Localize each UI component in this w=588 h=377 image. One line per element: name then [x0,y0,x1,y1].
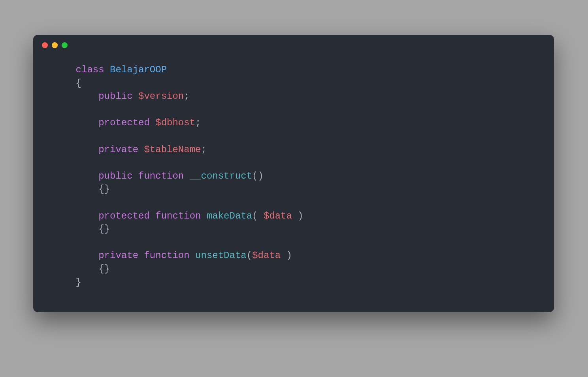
stage: class BelajarOOP { public $version; prot… [0,0,588,377]
space [201,211,206,221]
indent [53,250,98,261]
space [133,171,138,181]
keyword-function: function [138,171,184,181]
zoom-icon[interactable] [62,42,68,48]
keyword-class: class [76,64,104,75]
space [138,144,144,155]
indent [53,264,98,274]
indent [53,184,98,194]
indent [53,64,76,75]
code-window: class BelajarOOP { public $version; prot… [33,35,554,312]
space [292,211,298,221]
keyword-function: function [155,211,201,221]
keyword-private: private [98,144,138,155]
paren-open: ( [252,211,258,221]
indent [53,144,98,155]
brace-open: { [76,78,81,89]
paren-close: ) [298,211,303,221]
var-data: $data [264,211,292,221]
fn-construct: __construct [190,171,252,181]
fn-unsetdata: unsetData [195,250,247,261]
fn-makedata: makeData [207,211,252,221]
var-dbhost: $dbhost [155,117,195,128]
class-name: BelajarOOP [110,64,167,75]
indent [53,91,98,102]
keyword-public: public [98,171,132,181]
semicolon: ; [195,117,201,128]
paren-open: ( [247,250,252,261]
var-version: $version [138,91,184,102]
indent [53,117,98,128]
window-titlebar [33,35,554,55]
space [104,64,110,75]
indent [53,78,76,89]
keyword-private: private [98,250,138,261]
empty-braces: {} [98,224,110,234]
var-tablename: $tableName [144,144,201,155]
code-block: class BelajarOOP { public $version; prot… [33,55,554,305]
indent [53,211,98,221]
close-icon[interactable] [42,42,48,48]
space [150,117,155,128]
space [281,250,286,261]
indent [53,277,76,288]
keyword-protected: protected [98,117,150,128]
space [133,91,138,102]
indent [53,171,98,181]
semicolon: ; [201,144,206,155]
var-data: $data [252,250,281,261]
keyword-public: public [98,91,132,102]
empty-braces: {} [98,184,110,194]
space [138,250,144,261]
empty-braces: {} [98,264,110,274]
space [190,250,195,261]
brace-close: } [76,277,81,288]
indent [53,224,98,234]
space [184,171,189,181]
minimize-icon[interactable] [52,42,58,48]
paren-close: ) [258,171,264,181]
keyword-function: function [144,250,189,261]
paren-open: ( [252,171,258,181]
space [150,211,155,221]
paren-close: ) [286,250,292,261]
space [258,211,264,221]
semicolon: ; [184,91,189,102]
keyword-protected: protected [98,211,150,221]
